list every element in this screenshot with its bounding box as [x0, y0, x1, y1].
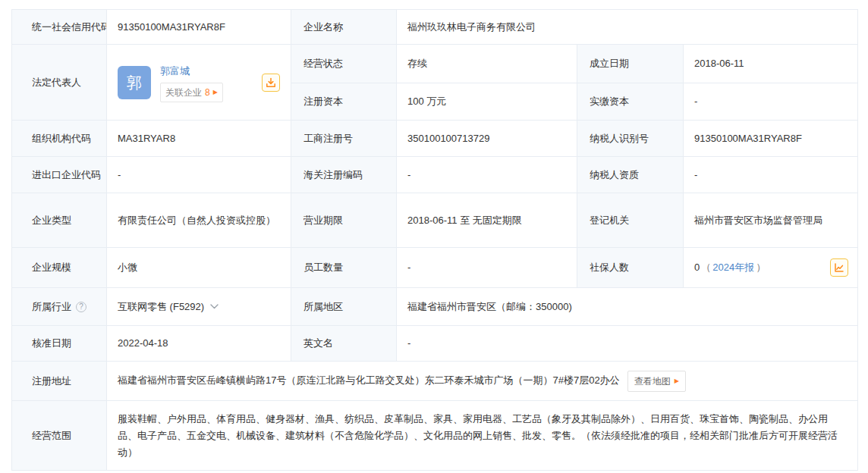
legal-rep-name-link[interactable]: 郭富城 [160, 63, 223, 80]
table-row: 组织机构代码 MA31RYAR8 工商注册号 350100100713729 纳… [12, 121, 858, 157]
chevron-down-icon [210, 304, 219, 309]
field-value-company-scale: 小微 [107, 248, 291, 288]
field-label-taxpayer-id: 纳税人识别号 [577, 121, 684, 157]
field-label-company-scale: 企业规模 [12, 248, 107, 288]
field-value-legal-rep: 郭 郭富城 关联企业 8 ▶ [107, 45, 291, 121]
field-label-import-export-code: 进出口企业代码 [12, 157, 107, 193]
paren-close: ） [756, 259, 766, 276]
field-label-registered-address: 注册地址 [12, 362, 107, 401]
arrow-right-icon: ▶ [675, 378, 679, 384]
field-value-company-type: 有限责任公司（自然人投资或控股） [107, 193, 291, 248]
field-value-import-export-code: - [107, 157, 291, 193]
table-row: 经营范围 服装鞋帽、户外用品、体育用品、健身器材、渔具、纺织品、皮革制品、家具、… [12, 401, 858, 471]
field-label-company-name: 企业名称 [291, 10, 397, 45]
table-row: 进出口企业代码 - 海关注册编码 - 纳税人资质 - [12, 157, 858, 193]
field-label-social-security: 社保人数 [577, 248, 684, 288]
field-value-credit-code: 91350100MA31RYAR8F [107, 10, 291, 45]
field-value-approval-date: 2022-04-18 [107, 326, 291, 362]
table-row: 企业类型 有限责任公司（自然人投资或控股） 营业期限 2018-06-11 至 … [12, 193, 858, 248]
field-label-approval-date: 核准日期 [12, 326, 107, 362]
field-value-company-name: 福州玖玖林电子商务有限公司 [397, 10, 858, 45]
field-value-english-name: - [397, 326, 858, 362]
field-value-industry: 互联网零售 (F5292) [107, 288, 291, 326]
registered-address-text: 福建省福州市晋安区岳峰镇横屿路17号（原连江北路与化工路交叉处）东二环泰禾城市广… [118, 374, 620, 386]
paren-open: （ [701, 259, 711, 276]
view-map-label: 查看地图 [634, 373, 671, 390]
social-security-chart-button[interactable] [830, 258, 848, 277]
field-label-staff-count: 员工数量 [291, 248, 397, 288]
field-label-customs-code: 海关注册编码 [291, 157, 397, 193]
field-value-reg-capital: 100 万元 [397, 83, 577, 121]
industry-label-text: 所属行业 [32, 300, 71, 314]
line-chart-icon [834, 262, 844, 273]
field-value-taxpayer-qualification: - [684, 157, 858, 193]
field-value-registration-authority: 福州市晋安区市场监督管理局 [684, 193, 858, 248]
industry-value-text: 互联网零售 (F5292) [118, 299, 204, 315]
field-value-reg-number: 350100100713729 [397, 121, 577, 157]
company-profile-page: 统一社会信用代码 91350100MA31RYAR8F 企业名称 福州玖玖林电子… [0, 0, 868, 473]
field-label-industry: 所属行业 ? [12, 288, 107, 326]
industry-dropdown[interactable]: 互联网零售 (F5292) [118, 299, 219, 315]
related-companies-label: 关联企业 [165, 84, 202, 101]
field-label-business-term: 营业期限 [291, 193, 397, 248]
related-companies-tag[interactable]: 关联企业 8 ▶ [160, 83, 223, 102]
field-label-company-type: 企业类型 [12, 193, 107, 248]
field-label-established: 成立日期 [577, 45, 684, 83]
legal-rep-avatar: 郭 [118, 66, 151, 99]
field-value-business-term: 2018-06-11 至 无固定期限 [397, 193, 577, 248]
download-report-button[interactable] [262, 74, 280, 92]
field-label-registration-authority: 登记机关 [577, 193, 684, 248]
field-label-status: 经营状态 [291, 45, 397, 83]
company-info-table: 统一社会信用代码 91350100MA31RYAR8F 企业名称 福州玖玖林电子… [11, 9, 858, 471]
table-row: 所属行业 ? 互联网零售 (F5292) 所属地区 福 [12, 288, 858, 326]
table-row: 注册地址 福建省福州市晋安区岳峰镇横屿路17号（原连江北路与化工路交叉处）东二环… [12, 362, 858, 401]
table-row: 核准日期 2022-04-18 英文名 - [12, 326, 858, 362]
field-value-business-scope: 服装鞋帽、户外用品、体育用品、健身器材、渔具、纺织品、皮革制品、家具、家用电器、… [107, 401, 858, 471]
field-value-status: 存续 [397, 45, 577, 83]
table-row: 企业规模 小微 员工数量 - 社保人数 0 （ 2024年报 ） [12, 248, 858, 288]
download-icon [266, 77, 276, 88]
annual-report-link[interactable]: 2024年报 [712, 259, 754, 276]
field-label-business-scope: 经营范围 [12, 401, 107, 471]
social-security-count: 0 [694, 259, 700, 276]
field-label-org-code: 组织机构代码 [12, 121, 107, 157]
field-value-org-code: MA31RYAR8 [107, 121, 291, 157]
field-value-paid-capital: - [684, 83, 858, 121]
arrow-right-icon: ▶ [213, 89, 218, 96]
field-label-reg-capital: 注册资本 [291, 83, 397, 121]
field-label-region: 所属地区 [291, 288, 397, 326]
field-value-staff-count: - [397, 248, 577, 288]
related-companies-count: 8 [205, 84, 210, 101]
table-row: 统一社会信用代码 91350100MA31RYAR8F 企业名称 福州玖玖林电子… [12, 10, 858, 45]
field-value-customs-code: - [397, 157, 577, 193]
field-value-region: 福建省福州市晋安区（邮编：350000) [397, 288, 858, 326]
field-value-social-security: 0 （ 2024年报 ） [684, 248, 858, 288]
field-value-taxpayer-id: 91350100MA31RYAR8F [684, 121, 858, 157]
field-label-credit-code: 统一社会信用代码 [12, 10, 107, 45]
field-value-established: 2018-06-11 [684, 45, 858, 83]
field-label-reg-number: 工商注册号 [291, 121, 397, 157]
field-value-registered-address: 福建省福州市晋安区岳峰镇横屿路17号（原连江北路与化工路交叉处）东二环泰禾城市广… [107, 362, 858, 401]
field-label-legal-rep: 法定代表人 [12, 45, 107, 121]
table-row: 法定代表人 郭 郭富城 关联企业 8 ▶ [12, 45, 858, 83]
field-label-taxpayer-qualification: 纳税人资质 [577, 157, 684, 193]
help-icon[interactable]: ? [76, 302, 86, 312]
view-map-button[interactable]: 查看地图▶ [627, 371, 686, 392]
field-label-english-name: 英文名 [291, 326, 397, 362]
field-label-paid-capital: 实缴资本 [577, 83, 684, 121]
